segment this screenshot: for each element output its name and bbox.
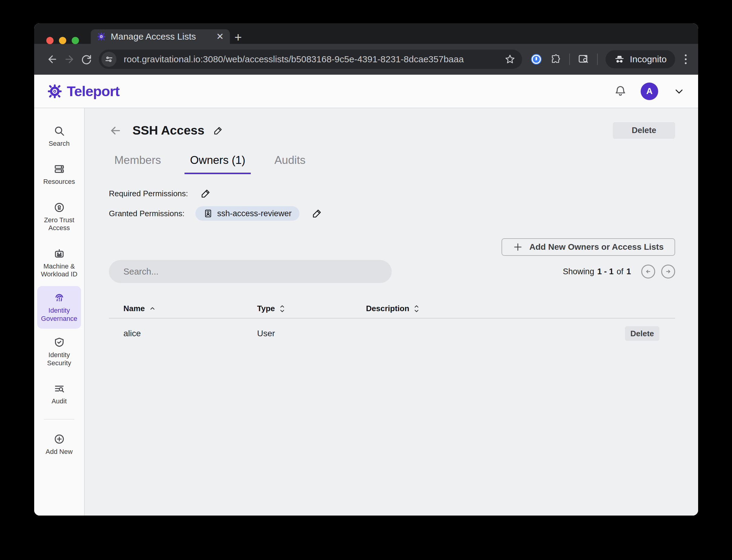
column-header-type[interactable]: Type [257,304,366,313]
extensions-puzzle-icon[interactable] [551,54,561,65]
tab-title: Manage Access Lists [111,31,211,42]
table-header: Name Type Description [109,299,675,319]
tabs: Members Owners (1) Audits [109,154,675,174]
forward-icon[interactable] [61,51,78,68]
sidebar-item-add-new[interactable]: Add New [34,425,84,464]
search-input[interactable] [109,260,392,283]
toolbar-separator [569,54,570,65]
tab-search-icon[interactable] [578,54,589,65]
column-header-name[interactable]: Name [123,304,257,313]
url-text[interactable]: root.gravitational.io:3080/web/accesslis… [124,54,505,64]
teleport-favicon-gear-icon [97,32,106,41]
new-tab-button[interactable]: + [234,31,242,44]
browser-toolbar: root.gravitational.io:3080/web/accesslis… [34,44,698,75]
required-permissions-label: Required Permissions: [109,189,188,198]
sort-both-icon [279,304,285,313]
sidebar: Search Resources Zero Trust Access Machi… [34,108,85,516]
browser-tabstrip: Manage Access Lists ✕ + [34,23,698,44]
toolbar-separator [597,54,598,65]
url-bar[interactable]: root.gravitational.io:3080/web/accesslis… [99,50,522,69]
sidebar-item-machine-workload-id[interactable]: Machine & Workload ID [34,240,84,286]
delete-owner-button[interactable]: Delete [625,326,659,341]
owners-table: Name Type Description alice User [109,299,675,348]
traffic-lights[interactable] [46,37,79,44]
tab-audits[interactable]: Audits [269,154,311,174]
sidebar-item-resources[interactable]: Resources [34,155,84,194]
prev-page-icon[interactable] [641,265,655,278]
main-content: SSH Access Delete Members Owners (1) Aud… [85,108,698,516]
plus-icon [513,242,523,252]
owner-name: alice [123,329,257,338]
minimize-window-button[interactable] [59,37,66,44]
add-new-owners-button[interactable]: Add New Owners or Access Lists [502,238,675,256]
brand-name[interactable]: Teleport [67,83,119,99]
teleport-logo-gear-icon[interactable] [47,83,63,99]
browser-window: Manage Access Lists ✕ + root.gravitation… [34,23,698,516]
reload-icon[interactable] [78,51,95,68]
browser-menu-icon[interactable] [683,54,688,64]
edit-required-permissions-pencil-icon[interactable] [200,188,211,199]
user-avatar[interactable]: A [641,83,658,100]
bookmark-star-icon[interactable] [505,54,516,65]
next-page-icon[interactable] [661,265,675,278]
granted-permissions-label: Granted Permissions: [109,209,184,218]
sort-asc-icon [149,305,156,312]
edit-granted-permissions-pencil-icon[interactable] [311,208,322,219]
sidebar-item-identity-governance[interactable]: Identity Governance [37,286,81,329]
site-settings-icon[interactable] [101,52,116,67]
sidebar-item-zero-trust-access[interactable]: Zero Trust Access [34,194,84,240]
sort-both-icon [414,304,420,313]
owner-type: User [257,329,366,338]
edit-title-pencil-icon[interactable] [213,125,223,136]
incognito-icon [614,54,625,65]
column-header-description[interactable]: Description [366,304,614,313]
zoom-window-button[interactable] [72,37,79,44]
password-manager-icon[interactable] [530,53,543,66]
pagination-summary: Showing 1 - 1 of 1 [563,267,631,276]
sidebar-item-search[interactable]: Search [34,117,84,155]
id-card-icon [203,209,213,218]
browser-tab[interactable]: Manage Access Lists ✕ [91,29,230,44]
tab-members[interactable]: Members [109,154,166,174]
back-icon[interactable] [44,51,61,68]
page-title: SSH Access [132,123,204,138]
sidebar-item-identity-security[interactable]: Identity Security [34,329,84,375]
close-window-button[interactable] [46,37,54,44]
granted-chip-label: ssh-access-reviewer [217,209,291,218]
tab-owners[interactable]: Owners (1) [184,154,251,174]
sidebar-item-audit[interactable]: Audit [34,375,84,413]
app-header: Teleport A [34,75,698,108]
incognito-label: Incognito [630,54,667,64]
granted-permission-chip: ssh-access-reviewer [195,206,299,221]
back-arrow-icon[interactable] [109,124,122,137]
tab-close-icon[interactable]: ✕ [216,32,224,41]
delete-access-list-button[interactable]: Delete [613,122,675,139]
notifications-bell-icon[interactable] [614,85,627,98]
chevron-down-icon[interactable] [674,86,684,96]
sidebar-divider [44,419,74,419]
table-row: alice User Delete [109,319,675,348]
incognito-badge: Incognito [606,50,675,68]
